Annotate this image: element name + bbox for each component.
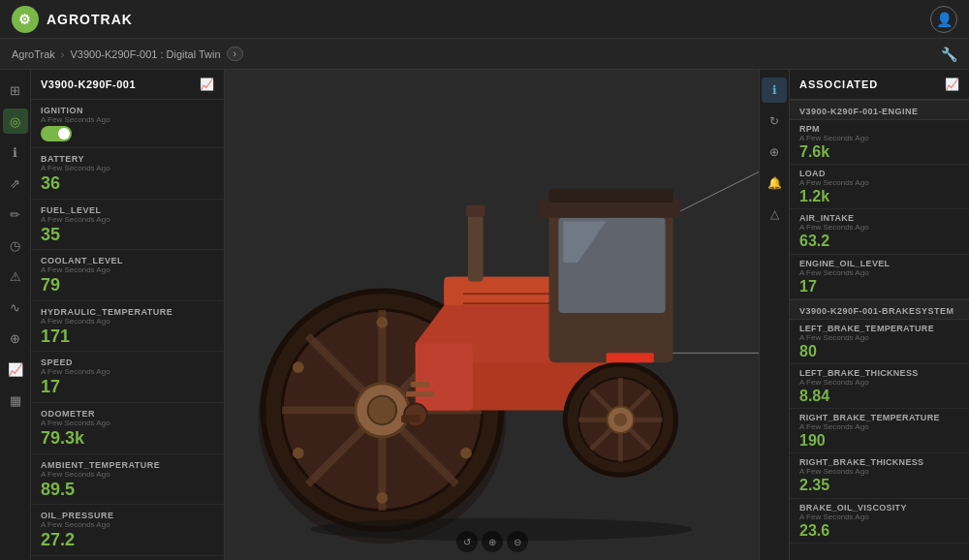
tool-triangle[interactable]: △ [762,202,787,227]
assoc-left-brake-temp-value: 80 [799,342,959,360]
tool-bell[interactable]: 🔔 [762,171,787,196]
sensor-ambient-timestamp: A Few Seconds Ago [41,470,214,479]
assoc-air-intake: AIR_INTAKE A Few Seconds Ago 63.2 [790,209,969,254]
assoc-left-brake-temp: LEFT_BRAKE_TEMPERATURE A Few Seconds Ago… [790,320,969,364]
sensor-oil-pressure: OIL_PRESSURE A Few Seconds Ago 27.2 [31,505,224,556]
sensor-speed-value: 17 [41,377,214,398]
sidebar-icon-chart[interactable]: 📈 [3,357,28,382]
bottom-navigation: ↺ ⊕ ⊖ [456,531,528,552]
breadcrumb-agrotrak[interactable]: AgroTrak [12,48,55,60]
sensor-coolant-timestamp: A Few Seconds Ago [41,265,214,274]
assoc-left-brake-thick-value: 8.84 [799,387,959,405]
associated-title: ASSOCIATED [799,78,878,90]
assoc-engine-oil: ENGINE_OIL_LEVEL A Few Seconds Ago 17 [790,255,969,299]
app-name: AGROTRAK [47,12,133,27]
sensor-ignition-timestamp: A Few Seconds Ago [41,115,214,124]
sensor-ambient-value: 89.5 [41,480,214,501]
sensor-battery-value: 36 [41,173,214,195]
sidebar-icon-device[interactable]: ◎ [3,109,28,134]
sensor-odometer-value: 79.3k [41,428,214,450]
associated-header: ASSOCIATED 📈 [790,70,969,100]
ignition-toggle[interactable] [41,126,72,141]
sensor-fuel-level: FUEL_LEVEL A Few Seconds Ago 35 [31,200,224,251]
breadcrumb-device[interactable]: V3900-K290F-001 : Digital Twin [71,48,221,60]
assoc-engine-oil-value: 17 [799,277,959,296]
brake-group-title: V3900-K290F-001-BRAKESYSTEM [790,299,969,320]
sensor-ambient-temp: AMBIENT_TEMPERATURE A Few Seconds Ago 89… [31,454,224,506]
sidebar-icon-bar[interactable]: ▦ [3,388,28,413]
assoc-left-brake-temp-label: LEFT_BRAKE_TEMPERATURE [799,324,959,333]
sensor-speed-label: SPEED [41,358,214,367]
sidebar-icon-connect[interactable]: ⊕ [3,326,28,351]
svg-rect-29 [468,210,484,282]
tool-info[interactable]: ℹ [762,78,787,103]
wrench-icon[interactable]: 🔧 [941,47,957,62]
center-3d-view[interactable]: ↺ ⊕ ⊖ [225,70,759,560]
associated-chart-icon[interactable]: 📈 [945,78,959,91]
left-panel-chart-icon[interactable]: 📈 [200,78,214,91]
svg-point-15 [293,448,304,459]
assoc-right-brake-thick-label: RIGHT_BRAKE_THICKNESS [799,457,959,467]
assoc-right-brake-thick: RIGHT_BRAKE_THICKNESS A Few Seconds Ago … [790,453,969,498]
assoc-rpm-timestamp: A Few Seconds Ago [799,134,959,142]
sensor-ignition: IGNITION A Few Seconds Ago [31,100,224,148]
breadcrumb-sep-1: › [61,48,65,60]
assoc-brake-oil-label: BRAKE_OIL_VISCOSITY [799,503,959,513]
nav-btn-3[interactable]: ⊖ [507,531,528,552]
sidebar-icon-info[interactable]: ℹ [3,140,28,165]
sensor-fuel-timestamp: A Few Seconds Ago [41,215,214,224]
assoc-right-brake-temp-value: 190 [799,431,959,450]
sensor-ambient-label: AMBIENT_TEMPERATURE [41,460,214,470]
sensor-oil-value: 27.2 [41,530,214,551]
sensor-hydraulic-temp: HYDRAULIC_TEMPERATURE A Few Seconds Ago … [31,301,224,353]
sidebar-icon-edit[interactable]: ✏ [3,202,28,227]
sidebar-icon-home[interactable]: ⊞ [3,78,28,103]
assoc-right-brake-thick-timestamp: A Few Seconds Ago [799,467,959,476]
sidebar-icon-alert[interactable]: ⚠ [3,264,28,289]
sensor-coolant-value: 79 [41,275,214,296]
assoc-right-brake-temp-timestamp: A Few Seconds Ago [799,422,959,431]
sensor-battery-label: BATTERY [41,154,214,164]
assoc-engine-oil-timestamp: A Few Seconds Ago [799,268,959,277]
svg-rect-30 [466,205,485,217]
assoc-rpm-label: RPM [799,124,959,134]
sidebar-icon-history[interactable]: ◷ [3,233,28,258]
assoc-air-intake-label: AIR_INTAKE [799,213,959,223]
assoc-engine-oil-label: ENGINE_OIL_LEVEL [799,259,959,268]
svg-rect-27 [549,189,673,202]
sensor-fuel-value: 35 [41,225,214,246]
sensor-fuel-label: FUEL_LEVEL [41,205,214,215]
sensor-odometer-label: ODOMETER [41,409,214,419]
left-panel-header: V3900-K290F-001 📈 [31,70,224,100]
sensor-battery-timestamp: A Few Seconds Ago [41,164,214,172]
ignition-toggle-container [41,126,214,141]
sidebar-icon-analytics[interactable]: ∿ [3,295,28,320]
sensor-odometer: ODOMETER A Few Seconds Ago 79.3k [31,403,224,454]
svg-point-13 [460,448,472,459]
sensor-oil-label: OIL_PRESSURE [41,511,214,520]
assoc-rpm-value: 7.6k [799,142,959,161]
breadcrumb-badge: › [227,47,243,61]
assoc-brake-oil-value: 23.6 [799,521,959,540]
assoc-load-label: LOAD [799,169,959,178]
sensor-speed-timestamp: A Few Seconds Ago [41,367,214,376]
tool-rotate[interactable]: ↻ [762,109,787,134]
avatar-icon: 👤 [936,12,953,27]
assoc-air-intake-value: 63.2 [799,232,959,250]
tool-zoom[interactable]: ⊕ [762,140,787,165]
left-data-panel: V3900-K290F-001 📈 IGNITION A Few Seconds… [31,70,225,560]
app-logo: ⚙ AGROTRAK [12,6,133,33]
tractor-svg [225,70,759,560]
sensor-hydraulic-value: 171 [41,327,214,348]
logo-icon: ⚙ [12,6,39,33]
nav-btn-1[interactable]: ↺ [456,531,478,552]
right-associated-panel: ASSOCIATED 📈 V3900-K290F-001-ENGINE RPM … [790,70,969,560]
svg-point-10 [368,396,397,425]
assoc-brake-oil: BRAKE_OIL_VISCOSITY A Few Seconds Ago 23… [790,499,969,544]
nav-btn-2[interactable]: ⊕ [482,531,503,552]
right-tool-panel: ℹ ↻ ⊕ 🔔 △ [759,70,790,560]
left-panel-title: V3900-K290F-001 [41,78,136,90]
assoc-left-brake-thick-label: LEFT_BRAKE_THICKNESS [799,368,959,378]
avatar-button[interactable]: 👤 [930,6,957,33]
sidebar-icon-share[interactable]: ⇗ [3,171,28,196]
